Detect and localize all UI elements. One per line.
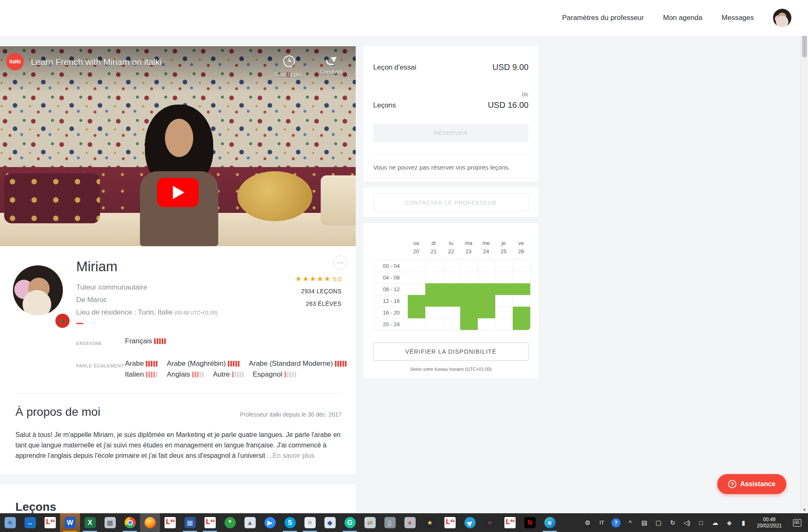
l64-app-icon[interactable]: L64 (440, 513, 460, 532)
top-navbar: Paramètres du professeur Mon agenda Mess… (0, 0, 808, 36)
settings-gear-icon[interactable]: ⚙ (581, 513, 595, 532)
youtube-play-button[interactable] (157, 178, 199, 207)
word-icon[interactable]: W (60, 513, 80, 532)
l64-app-icon[interactable]: L64 (40, 513, 60, 532)
zoom-icon[interactable]: ▶ (260, 513, 280, 532)
availability-cell (408, 318, 425, 330)
share-button[interactable]: Condividi (308, 55, 354, 75)
italki-logo[interactable]: italki (6, 53, 24, 70)
check-availability-button[interactable]: VÉRIFIER LA DISPONIBILITÉ (373, 342, 529, 361)
calculator-icon[interactable]: ▦ (180, 513, 200, 532)
firefox-icon[interactable] (140, 513, 160, 532)
resource-monitor-icon[interactable]: ▦ (100, 513, 120, 532)
availability-cell (513, 260, 530, 272)
watch-later-label: Guarda più.. (266, 71, 312, 77)
time-slot-label: 20 - 24 (375, 318, 408, 330)
about-text: Salut à tous! Je m'appelle Miriam, je su… (15, 430, 347, 461)
availability-cell (408, 295, 425, 307)
voice-recorder-icon[interactable]: ● (400, 513, 420, 532)
nav-my-agenda[interactable]: Mon agenda (663, 14, 703, 22)
language-chip: Arabe (Standard Moderne) (249, 360, 347, 368)
scroll-down-arrow[interactable]: ▼ (801, 506, 808, 513)
grammarly-icon[interactable]: G (340, 513, 360, 532)
more-options-button[interactable]: ⋯ (333, 255, 347, 270)
hidden-icons-chevron-icon[interactable]: ^ (623, 513, 637, 532)
assistance-button[interactable]: ? Assistance (717, 474, 786, 494)
pillow (321, 175, 356, 225)
skype-icon[interactable]: S (280, 513, 300, 532)
time-slot-label: 16 - 20 (375, 307, 408, 318)
level-bars (154, 338, 166, 344)
lessons-section-title: Leçons (15, 500, 56, 514)
star-icon: ★ (302, 275, 309, 283)
teacher-avatar[interactable] (13, 265, 63, 315)
file-lock-icon[interactable]: ▯ (380, 513, 400, 532)
vertical-scrollbar[interactable]: ▲ ▼ (801, 0, 808, 513)
notification-center-icon[interactable] (788, 513, 806, 532)
taskbar-clock[interactable]: 00:49 20/02/2021 (751, 517, 788, 529)
dropbox-icon[interactable]: ◈ (722, 513, 736, 532)
l64-app-icon[interactable]: L64 (200, 513, 220, 532)
taskbar-time: 00:49 (751, 517, 788, 523)
teacher-name: Miriam (76, 259, 117, 275)
battery-icon[interactable]: ▮ (736, 513, 751, 532)
contact-teacher-button[interactable]: CONTACTER LE PROFESSEUR (373, 193, 529, 212)
teacher-since: Professeur italki depuis le 30 déc. 2017 (240, 411, 342, 418)
user-avatar[interactable] (773, 9, 791, 27)
keyboard-language-icon[interactable]: IT (595, 513, 609, 532)
availability-cell (495, 283, 513, 295)
display-rotate-icon[interactable]: ↻ (666, 513, 680, 532)
onedrive-cloud-icon[interactable]: ☁ (708, 513, 722, 532)
also-speaks-label: PARLE ÉGALEMENT (76, 363, 124, 368)
help-icon[interactable]: ? (609, 513, 623, 532)
network-display-icon[interactable]: □ (694, 513, 708, 532)
video-player[interactable]: italki Learn French with Miriam on italk… (0, 46, 356, 246)
nav-teacher-settings[interactable]: Paramètres du professeur (562, 14, 644, 22)
teamviewer-icon[interactable]: ↔ (20, 513, 40, 532)
availability-cell (513, 283, 530, 295)
screen-recorder-icon[interactable]: ○ (480, 513, 500, 532)
chrome-icon[interactable] (120, 513, 140, 532)
calendar-day-header: ma23 (460, 239, 477, 256)
rating-stars: ★★★★★5.0 (295, 275, 342, 283)
green-utility-icon[interactable]: * (220, 513, 240, 532)
time-slot-label: 04 - 08 (375, 272, 408, 283)
level-bars (192, 372, 204, 377)
rating-value: 5.0 (333, 275, 342, 282)
l64-app-icon[interactable]: L64 (160, 513, 180, 532)
read-more-link[interactable]: ...En savoir plus (265, 452, 314, 459)
watch-later-button[interactable]: Guarda più.. (266, 55, 312, 77)
level-bars (228, 361, 239, 367)
printer-error-icon[interactable]: ▤ (637, 513, 651, 532)
virtualbox-icon[interactable]: ◆ (320, 513, 340, 532)
video-title[interactable]: Learn French with Miriam on italki (31, 57, 162, 67)
availability-card: sa20di21lu22ma23me24je25ve26 00 - 0404 -… (363, 223, 539, 378)
netflix-icon[interactable]: N (520, 513, 540, 532)
webcam-icon[interactable]: ▢ (651, 513, 666, 532)
nav-messages[interactable]: Messages (722, 14, 754, 22)
availability-cell (425, 283, 443, 295)
video-editor-icon[interactable]: ★ (420, 513, 440, 532)
reserve-button[interactable]: RÉSERVER (373, 124, 529, 142)
divider (373, 155, 529, 155)
language-chip: Arabe (Maghrébin) (167, 360, 239, 368)
excel-icon[interactable]: X (80, 513, 100, 532)
divider (15, 393, 342, 394)
edge-icon[interactable]: e (540, 513, 560, 532)
availability-cell (478, 307, 495, 318)
remote-desktop-icon[interactable]: ⇄ (360, 513, 380, 532)
availability-cell (425, 307, 443, 318)
telegram-icon[interactable]: ▶ (460, 513, 480, 532)
volume-icon[interactable]: ◁) (680, 513, 694, 532)
l64-app-icon[interactable]: L64 (500, 513, 520, 532)
availability-cell (495, 272, 513, 283)
photo-viewer-icon[interactable]: ▲ (240, 513, 260, 532)
language-chip: Autre (213, 370, 244, 379)
system-properties-icon[interactable]: ≡ (0, 513, 20, 532)
morocco-flag-badge: ★ (55, 313, 70, 329)
availability-cell (443, 260, 460, 272)
availability-cell (425, 295, 443, 307)
star-icon: ★ (324, 275, 331, 283)
notepad-icon[interactable]: ≡ (300, 513, 320, 532)
availability-cell (408, 260, 425, 272)
